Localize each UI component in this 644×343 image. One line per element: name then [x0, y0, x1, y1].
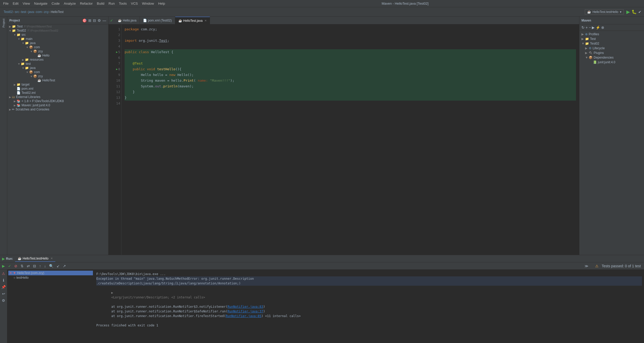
tree-item-test[interactable]: ▶ 📁 Test F:\Project\Maven\Test — [7, 24, 108, 29]
tree-item-resources[interactable]: ▶ 📁 resources — [7, 58, 108, 62]
menu-window[interactable]: Window — [140, 1, 156, 6]
breadcrumb-test02[interactable]: Test02 — [4, 10, 13, 14]
tab-hellotest-java[interactable]: ☕ HelloTest.java ✕ — [175, 17, 210, 24]
breadcrumb-com[interactable]: com — [36, 10, 42, 14]
output-link-2[interactable]: RunNotifier.java:37 — [228, 310, 263, 313]
run-play-icon[interactable]: ▶ — [1, 263, 6, 269]
tree-item-zcy-main[interactable]: ▼ 📦 zcy — [7, 49, 108, 53]
run-stop-icon[interactable]: ⊘ — [13, 263, 18, 269]
menu-build[interactable]: Build — [95, 1, 106, 6]
tree-item-zcy-test[interactable]: ▼ 📦 zcy — [7, 74, 108, 78]
output-line-fold[interactable]: ▶ <Lorg/junit/runner/Description; <2 int… — [96, 286, 642, 304]
collapse-all-icon[interactable]: ⊟ — [93, 18, 96, 23]
run-tree-item-testhello[interactable]: ○ testHello — [8, 275, 93, 280]
maven-skip-icon[interactable]: ⊗ — [601, 25, 604, 30]
run-up-icon[interactable]: ↑ — [38, 263, 42, 269]
tab-hello-java-icon: ☕ — [118, 19, 122, 22]
tree-item-test02[interactable]: ▼ 📁 Test02 F:\Project\Maven\Test02 — [7, 29, 108, 33]
maven-item-test[interactable]: ▶ 📁 Test — [580, 37, 643, 41]
breadcrumb-hellotest[interactable]: HelloTest — [51, 10, 63, 14]
tab-hellotest-close[interactable]: ✕ — [205, 19, 207, 22]
hide-icon[interactable]: — — [103, 18, 106, 23]
menu-edit[interactable]: Edit — [11, 1, 21, 6]
sidebar-icons: 🎯 ⊞ ⊟ ⚙ — — [82, 18, 106, 23]
run-search-icon[interactable]: 🔍 — [48, 263, 55, 269]
breadcrumb-zcy[interactable]: zcy — [44, 10, 49, 14]
maven-add-icon[interactable]: + — [586, 25, 588, 30]
external-icon: 🗂 — [12, 95, 15, 99]
tree-item-pomxml[interactable]: ▶ 📄 pom.xml — [7, 87, 108, 91]
run-tree: ✕ ▼ HelloTest (com.zcy) ○ testHello — [7, 270, 94, 343]
maven-item-profiles[interactable]: ▶ ⊕ Profiles — [580, 32, 643, 37]
run-export-icon[interactable]: ↗ — [62, 263, 67, 269]
maven-refresh-icon[interactable]: ↻ — [581, 25, 585, 30]
run-wrap-icon[interactable]: ↩ — [1, 291, 6, 297]
menu-view[interactable]: View — [21, 1, 32, 6]
run-import-icon[interactable]: ↙ — [56, 263, 61, 269]
tree-item-com-test[interactable]: ▼ 📦 com — [7, 70, 108, 74]
breadcrumb-src[interactable]: src — [15, 10, 19, 14]
tree-item-java-main[interactable]: ▼ 📁 java — [7, 41, 108, 45]
tree-item-target[interactable]: ▶ 📁 target — [7, 82, 108, 87]
run-tab-close[interactable]: ✕ — [51, 257, 53, 260]
run-down-icon[interactable]: ↓ — [43, 263, 47, 269]
menu-code[interactable]: Code — [50, 1, 62, 6]
maven-play-icon[interactable]: ⚡ — [596, 25, 600, 30]
settings-icon[interactable]: ⚙ — [98, 18, 101, 23]
tree-item-src[interactable]: ▼ 📁 src — [7, 33, 108, 37]
run-button[interactable]: ▶ — [626, 9, 630, 15]
tree-item-scratches[interactable]: ▶ ✏ Scratches and Consoles — [7, 107, 108, 111]
run-pause-icon[interactable]: ⊟ — [32, 263, 37, 269]
tree-item-java-test[interactable]: ▼ 📁 java — [7, 66, 108, 70]
maven-remove-icon[interactable]: − — [589, 25, 591, 30]
menu-navigate[interactable]: Navigate — [32, 1, 49, 6]
tree-item-com-main[interactable]: ▼ 📦 com — [7, 45, 108, 49]
tab-pom-xml[interactable]: 📄 pom.xml (Test02) — [140, 17, 175, 24]
run-rerun-icon[interactable]: ⇅ — [19, 263, 25, 269]
breadcrumb-test[interactable]: test — [21, 10, 26, 14]
menu-run[interactable]: Run — [106, 1, 117, 6]
maven-run-icon[interactable]: ▶ — [592, 25, 595, 30]
maven-item-junit[interactable]: ▶ 📗 junit:junit:4.0 — [580, 60, 643, 65]
tab-hello-java[interactable]: ☕ Hello.java — [115, 17, 140, 24]
output-link-3[interactable]: RunNotifier.java:85 — [226, 314, 261, 318]
run-tree-item-suite[interactable]: ✕ ▼ HelloTest (com.zcy) — [8, 271, 93, 275]
arrow-external: ▶ — [8, 96, 12, 99]
tree-item-hello[interactable]: ▶ ☕ Hello — [7, 53, 108, 58]
menu-file[interactable]: File — [1, 1, 11, 6]
run-info-icon[interactable]: ℹ — [2, 277, 5, 283]
run-more-icon[interactable]: ≫ — [584, 263, 589, 269]
output-link-1[interactable]: RunNotifier.java:83 — [228, 305, 263, 309]
run-settings-icon[interactable]: ⚙ — [1, 298, 6, 303]
breadcrumb-java[interactable]: java — [28, 10, 34, 14]
expand-all-icon[interactable]: ⊞ — [88, 18, 91, 23]
tree-item-hellotest[interactable]: ▶ ☕ HelloTest — [7, 78, 108, 82]
maven-item-plugins[interactable]: ▶ 🔌 Plugins — [580, 51, 643, 55]
coverage-button[interactable]: ✔ — [638, 10, 641, 14]
code-content[interactable]: package com.zcy; import org.junit.Test; … — [121, 24, 579, 255]
menu-analyze[interactable]: Analyze — [62, 1, 78, 6]
run-rerun-failed-icon[interactable]: ⇄ — [26, 263, 31, 269]
run-check-icon[interactable]: ✓ — [7, 263, 12, 269]
maven-label-dependencies: Dependencies — [594, 56, 614, 59]
tree-item-main[interactable]: ▼ 📁 main — [7, 37, 108, 41]
menu-help[interactable]: Help — [156, 1, 167, 6]
run-pin-icon[interactable]: 📌 — [1, 284, 6, 290]
maven-label-lifecycle: Lifecycle — [593, 46, 605, 50]
project-icon[interactable]: Project — [1, 18, 6, 29]
menu-vcs[interactable]: VCS — [129, 1, 140, 6]
tree-item-test-folder[interactable]: ▼ 📁 test — [7, 62, 108, 66]
maven-item-test02[interactable]: ▼ 📁 Test02 — [580, 41, 643, 46]
debug-button[interactable]: 🐛 — [632, 9, 637, 14]
tree-item-external[interactable]: ▶ 🗂 External Libraries — [7, 95, 108, 99]
tree-item-jdk[interactable]: ▶ 📚 < 1.8 > F:\DevTools\JDK\JDK8 — [7, 99, 108, 103]
menu-refactor[interactable]: Refactor — [78, 1, 95, 6]
maven-item-lifecycle[interactable]: ▶ ⚙ Lifecycle — [580, 46, 643, 51]
menu-tools[interactable]: Tools — [117, 1, 129, 6]
maven-item-dependencies[interactable]: ▼ 📦 Dependencies — [580, 55, 643, 60]
tree-item-maven-junit[interactable]: ▶ 📚 Maven: junit:junit:4.0 — [7, 103, 108, 107]
tree-item-test02iml[interactable]: ▶ 📄 Test02.iml — [7, 91, 108, 95]
run-config-dropdown[interactable]: ☕ HelloTest.testHello ▾ — [585, 9, 624, 15]
run-tab-hellotest[interactable]: ☕ HelloTest.testHello ✕ — [15, 256, 55, 262]
locate-icon[interactable]: 🎯 — [82, 18, 87, 23]
